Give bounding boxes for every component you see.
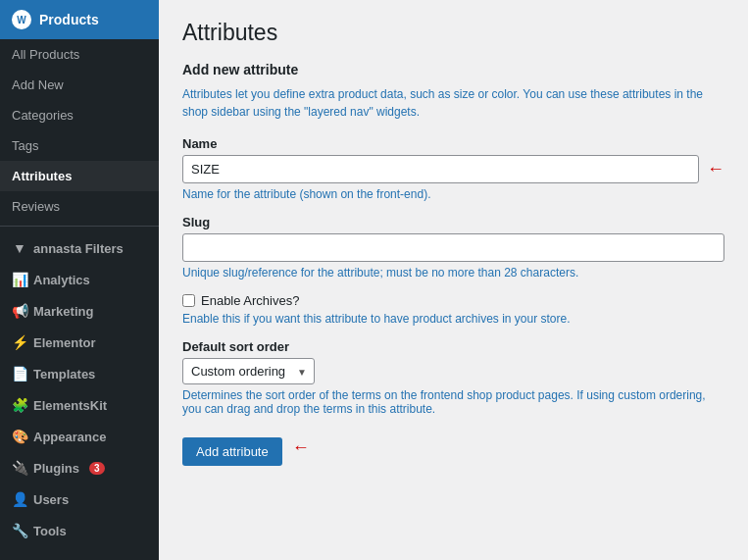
users-icon: 👤 [12, 491, 27, 507]
name-arrow-indicator: ← [707, 159, 724, 179]
add-attribute-section: Add new attribute Attributes let you def… [182, 62, 724, 466]
appearance-label: Appearance [33, 430, 106, 444]
sidebar-sub-items: All Products Add New Categories Tags Att… [0, 39, 159, 222]
enable-archives-hint: Enable this if you want this attribute t… [182, 312, 724, 326]
sidebar-item-plugins[interactable]: 🔌 Plugins 3 [0, 450, 159, 482]
appearance-icon: 🎨 [12, 429, 27, 444]
wp-logo-icon: W [12, 10, 31, 29]
name-label: Name [182, 136, 724, 151]
name-input[interactable] [182, 155, 699, 183]
plugins-badge: 3 [89, 462, 105, 475]
analytics-label: Analytics [33, 273, 90, 287]
sidebar-item-templates[interactable]: 📄 Templates [0, 356, 159, 387]
main-content: Attributes Add new attribute Attributes … [159, 0, 748, 560]
enable-archives-row: Enable Archives? Enable this if you want… [182, 293, 724, 326]
tags-label: Tags [12, 138, 38, 153]
elementskit-icon: 🧩 [12, 397, 27, 413]
sort-order-wrapper: Custom ordering Name Name (numeric) Term… [182, 358, 315, 384]
sidebar-item-elementskit[interactable]: 🧩 ElementsKit [0, 387, 159, 419]
name-field-row: Name ← Name for the attribute (shown on … [182, 136, 724, 201]
tools-icon: 🔧 [12, 523, 27, 538]
sidebar-item-tools[interactable]: 🔧 Tools [0, 513, 159, 544]
add-button-arrow-indicator: ← [292, 437, 310, 458]
sidebar-item-categories[interactable]: Categories [0, 100, 159, 130]
slug-hint: Unique slug/reference for the attribute;… [182, 266, 724, 280]
name-hint: Name for the attribute (shown on the fro… [182, 187, 724, 201]
sort-order-select[interactable]: Custom ordering Name Name (numeric) Term… [182, 358, 315, 384]
sidebar: W Products All Products Add New Categori… [0, 0, 159, 560]
all-products-label: All Products [12, 47, 79, 62]
tools-label: Tools [33, 524, 67, 538]
slug-input[interactable] [182, 233, 724, 262]
elementskit-label: ElementsKit [33, 398, 107, 413]
sort-order-row: Default sort order Custom ordering Name … [182, 339, 724, 416]
sidebar-item-annasta-filters[interactable]: ▼ annasta Filters [0, 230, 159, 262]
section-title: Add new attribute [182, 62, 724, 77]
sidebar-item-elementor[interactable]: ⚡ Elementor [0, 325, 159, 356]
plugins-icon: 🔌 [12, 460, 27, 476]
sidebar-item-all-products[interactable]: All Products [0, 39, 159, 70]
section-description: Attributes let you define extra product … [182, 85, 724, 121]
templates-label: Templates [33, 367, 95, 382]
marketing-label: Marketing [33, 304, 93, 319]
sidebar-header[interactable]: W Products [0, 0, 159, 39]
categories-label: Categories [12, 108, 74, 123]
elementor-label: Elementor [33, 335, 96, 350]
enable-archives-checkbox[interactable] [182, 294, 195, 307]
marketing-icon: 📢 [12, 303, 27, 319]
slug-field-row: Slug Unique slug/reference for the attri… [182, 215, 724, 280]
analytics-icon: 📊 [12, 272, 27, 287]
page-title: Attributes [182, 20, 724, 46]
slug-label: Slug [182, 215, 724, 229]
sort-order-label: Default sort order [182, 339, 724, 354]
templates-icon: 📄 [12, 366, 27, 382]
sidebar-item-attributes[interactable]: Attributes [0, 161, 159, 191]
filter-icon: ▼ [12, 240, 27, 256]
users-label: Users [33, 492, 69, 507]
sort-order-hint: Determines the sort order of the terms o… [182, 388, 724, 416]
sidebar-item-reviews[interactable]: Reviews [0, 191, 159, 222]
sidebar-header-label: Products [39, 12, 99, 27]
elementor-icon: ⚡ [12, 334, 27, 350]
add-attribute-button[interactable]: Add attribute [182, 437, 282, 466]
sidebar-item-appearance[interactable]: 🎨 Appearance [0, 419, 159, 450]
sidebar-item-add-new[interactable]: Add New [0, 70, 159, 100]
sidebar-item-marketing[interactable]: 📢 Marketing [0, 293, 159, 325]
annasta-filters-label: annasta Filters [33, 241, 124, 256]
enable-archives-label[interactable]: Enable Archives? [201, 293, 299, 308]
add-new-label: Add New [12, 77, 64, 92]
plugins-label: Plugins [33, 461, 79, 476]
sidebar-item-tags[interactable]: Tags [0, 130, 159, 161]
sidebar-item-analytics[interactable]: 📊 Analytics [0, 262, 159, 293]
attributes-label: Attributes [12, 169, 72, 183]
sidebar-item-users[interactable]: 👤 Users [0, 482, 159, 513]
reviews-label: Reviews [12, 199, 60, 214]
submit-row: Add attribute ← [182, 430, 724, 466]
